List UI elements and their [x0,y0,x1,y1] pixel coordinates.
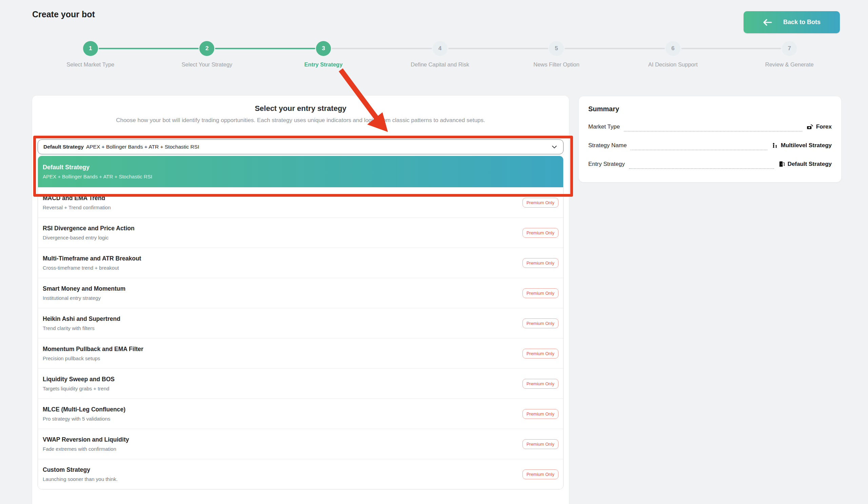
strategy-option-row[interactable]: Multi-Timeframe and ATR Breakout Cross-t… [38,248,563,278]
entry-strategy-panel: Select your entry strategy Choose how yo… [32,96,569,504]
strategy-option-row[interactable]: Heikin Ashi and Supertrend Trend clarity… [38,308,563,338]
strategy-option-row[interactable]: Momentum Pullback and EMA Filter Precisi… [38,338,563,368]
option-text: Heikin Ashi and Supertrend Trend clarity… [43,316,120,331]
step-number: 4 [438,45,442,52]
option-default-strategy[interactable]: Default Strategy APEX + Bollinger Bands … [38,156,563,187]
summary-panel: Summary Market Type Forex Strategy Name [579,96,841,182]
panel-description: Choose how your bot will identify tradin… [32,117,569,124]
selected-strategy-detail: APEX + Bollinger Bands + ATR + Stochasti… [86,144,199,150]
option-title: Smart Money and Momentum [43,285,125,292]
option-subtitle: Precision pullback setups [43,356,143,361]
page-title: Create your bot [32,10,95,19]
strategy-select-trigger[interactable]: Default Strategy APEX + Bollinger Bands … [38,140,564,154]
step-number: 2 [206,45,208,52]
premium-only-badge: Premium Only [523,409,558,419]
chevron-down-icon [551,143,558,150]
stepper-step[interactable]: 3 Entry Strategy [265,41,382,68]
option-title: Custom Strategy [43,466,118,473]
stepper-step[interactable]: 6 AI Decision Support [615,41,731,68]
premium-only-badge: Premium Only [523,258,558,268]
premium-only-badge: Premium Only [523,288,558,298]
option-text: Custom Strategy Launching sooner than yo… [43,466,118,482]
arrow-left-icon [763,19,772,26]
back-to-bots-button[interactable]: Back to Bots [744,11,840,33]
step-number: 7 [788,45,791,52]
strategy-option-row[interactable]: Custom Strategy Launching sooner than yo… [38,459,563,489]
option-title: Momentum Pullback and EMA Filter [43,346,143,353]
step-number: 6 [671,45,674,52]
option-subtitle: Targets liquidity grabs + trend [43,385,115,391]
summary-heading: Summary [588,105,832,113]
option-text: RSI Divergence and Price Action Divergen… [43,225,135,240]
stepper-step[interactable]: 4 Define Capital and Risk [382,41,498,68]
step-label: Review & Generate [765,61,814,68]
wizard-stepper: 1 Select Market Type 2 Select Your Strat… [32,41,848,68]
summary-value: Default Strategy [778,161,832,167]
option-subtitle: APEX + Bollinger Bands + ATR + Stochasti… [43,174,558,179]
option-subtitle: Pro strategy with 5 validations [43,416,125,422]
summary-value-text: Multilevel Strategy [781,142,832,149]
strategy-option-row[interactable]: RSI Divergence and Price Action Divergen… [38,217,563,248]
stepper-step[interactable]: 1 Select Market Type [32,41,149,68]
create-bot-page: Create your bot Back to Bots 1 Select Ma… [0,0,868,504]
premium-only-badge: Premium Only [523,379,558,389]
step-number: 5 [555,45,558,52]
option-title: VWAP Reversion and Liquidity [43,436,129,443]
step-label: Select Your Strategy [182,61,232,68]
premium-only-badge: Premium Only [523,198,558,208]
premium-only-badge: Premium Only [523,439,558,449]
dotted-leader [631,143,767,150]
summary-value-text: Default Strategy [788,161,832,167]
step-number-circle[interactable]: 5 [549,41,564,56]
selected-strategy-name: Default Strategy [43,144,84,150]
currency-exchange-icon [806,123,814,131]
dotted-leader [629,162,774,169]
step-label: News Filter Option [533,61,579,68]
step-number: 1 [89,45,92,52]
step-label: AI Decision Support [648,61,698,68]
step-label: Entry Strategy [304,61,343,68]
option-text: Multi-Timeframe and ATR Breakout Cross-t… [43,255,141,271]
summary-row-entry-strategy: Entry Strategy Default Strategy [588,160,832,169]
summary-label: Entry Strategy [588,161,625,167]
option-title: Default Strategy [43,164,558,171]
step-number: 3 [322,45,325,52]
step-label: Select Market Type [66,61,114,68]
option-text: Momentum Pullback and EMA Filter Precisi… [43,346,143,361]
strategy-option-row[interactable]: Liquidity Sweep and BOS Targets liquidit… [38,368,563,399]
option-title: Heikin Ashi and Supertrend [43,316,120,322]
step-number-circle[interactable]: 4 [433,41,447,56]
strategy-option-row[interactable]: VWAP Reversion and Liquidity Fade extrem… [38,429,563,459]
option-text: MLCE (Multi-Leg Confluence) Pro strategy… [43,406,125,422]
summary-value: Multilevel Strategy [771,142,832,149]
option-subtitle: Cross-timeframe trend + breakout [43,265,141,271]
premium-only-badge: Premium Only [523,318,558,328]
option-subtitle: Launching sooner than you think. [43,476,118,482]
premium-only-badge: Premium Only [523,228,558,238]
premium-only-badge: Premium Only [523,349,558,359]
step-number-circle[interactable]: 3 [316,41,331,56]
step-number-circle[interactable]: 2 [199,41,214,56]
strategy-option-row[interactable]: MLCE (Multi-Leg Confluence) Pro strategy… [38,399,563,429]
dotted-leader [624,124,802,132]
step-number-circle[interactable]: 1 [83,41,98,56]
step-number-circle[interactable]: 7 [782,41,797,56]
panel-heading: Select your entry strategy [32,96,569,113]
step-number-circle[interactable]: 6 [665,41,681,56]
summary-row-strategy-name: Strategy Name Multilevel Strategy [588,141,832,150]
premium-only-badge: Premium Only [523,470,558,479]
option-title: MACD and EMA Trend [43,195,111,202]
summary-row-market-type: Market Type Forex [588,122,832,132]
stepper-step[interactable]: 5 News Filter Option [498,41,615,68]
option-title: RSI Divergence and Price Action [43,225,135,232]
option-title: Multi-Timeframe and ATR Breakout [43,255,141,262]
strategy-option-row[interactable]: MACD and EMA Trend Reversal + Trend conf… [38,187,563,217]
option-subtitle: Divergence-based entry logic [43,235,135,240]
step-label: Define Capital and Risk [411,61,469,68]
summary-value-text: Forex [816,123,832,130]
stepper-step[interactable]: 7 Review & Generate [731,41,848,68]
strategy-option-row[interactable]: Smart Money and Momentum Institutional e… [38,278,563,308]
stepper-step[interactable]: 2 Select Your Strategy [149,41,266,68]
option-subtitle: Reversal + Trend confirmation [43,205,111,210]
back-to-bots-label: Back to Bots [783,19,820,26]
